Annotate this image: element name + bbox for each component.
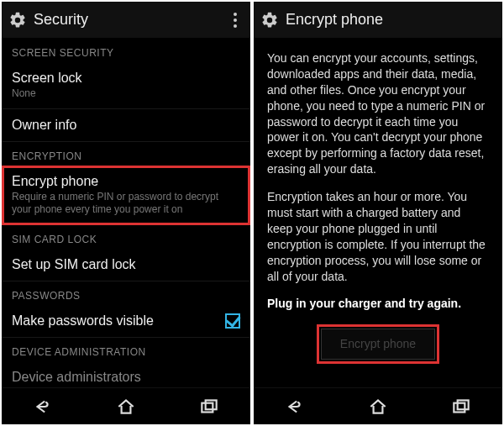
back-icon[interactable] (32, 396, 54, 418)
row-title: Encrypt phone (12, 174, 240, 189)
description-paragraph-1: You can encrypt your accounts, settings,… (267, 50, 489, 177)
overflow-menu-icon[interactable] (227, 13, 244, 28)
svg-rect-2 (454, 402, 465, 412)
row-passwords-visible[interactable]: Make passwords visible (2, 305, 250, 338)
encrypt-phone-screen: Encrypt phone You can encrypt your accou… (254, 2, 502, 424)
row-title: Make passwords visible (12, 313, 225, 329)
section-header-encryption: ENCRYPTION (2, 142, 250, 166)
navbar (254, 387, 502, 424)
row-subtitle: None (12, 87, 240, 100)
recents-icon[interactable] (198, 396, 220, 418)
row-title: Device administrators (12, 370, 240, 385)
navbar (2, 387, 250, 424)
row-owner-info[interactable]: Owner info (2, 109, 250, 142)
recents-icon[interactable] (450, 396, 472, 418)
encrypt-phone-button[interactable]: Encrypt phone (321, 329, 435, 360)
svg-rect-3 (457, 400, 468, 409)
encrypt-description: You can encrypt your accounts, settings,… (254, 39, 502, 387)
section-header-device-admin: DEVICE ADMINISTRATION (2, 338, 250, 361)
row-subtitle: Require a numeric PIN or password to dec… (12, 191, 240, 216)
section-header-sim: SIM CARD LOCK (2, 225, 250, 249)
home-icon[interactable] (367, 396, 389, 418)
appbar: Encrypt phone (254, 2, 502, 39)
row-title: Set up SIM card lock (12, 257, 240, 272)
appbar-title: Encrypt phone (286, 11, 383, 29)
settings-list: SCREEN SECURITY Screen lock None Owner i… (2, 39, 250, 387)
checkbox-checked-icon[interactable] (225, 313, 240, 329)
row-sim-lock[interactable]: Set up SIM card lock (2, 249, 250, 281)
gear-icon (260, 11, 279, 29)
svg-rect-1 (205, 400, 216, 409)
gear-icon (8, 11, 27, 29)
description-warning: Plug in your charger and try again. (267, 296, 489, 312)
row-title: Owner info (12, 118, 240, 133)
home-icon[interactable] (115, 396, 137, 418)
appbar-title: Security (34, 11, 88, 29)
appbar: Security (2, 2, 250, 39)
row-device-admin[interactable]: Device administrators (2, 361, 250, 385)
svg-rect-0 (202, 402, 213, 412)
row-encrypt-phone[interactable]: Encrypt phone Require a numeric PIN or p… (2, 166, 250, 225)
section-header-screen-security: SCREEN SECURITY (2, 39, 250, 62)
row-title: Screen lock (12, 71, 240, 86)
security-settings-screen: Security SCREEN SECURITY Screen lock Non… (2, 2, 250, 424)
back-icon[interactable] (284, 396, 306, 418)
section-header-passwords: PASSWORDS (2, 281, 250, 305)
description-paragraph-2: Encryption takes an hour or more. You mu… (267, 189, 489, 284)
row-screen-lock[interactable]: Screen lock None (2, 62, 250, 109)
